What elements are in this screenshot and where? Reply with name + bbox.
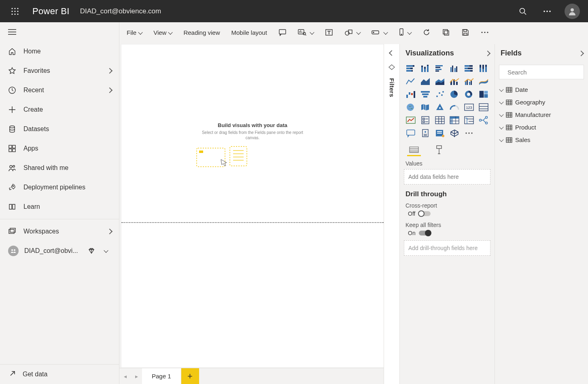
tab-next-icon[interactable]: ▸ xyxy=(131,368,142,384)
drillthrough-field-well[interactable]: Add drill-through fields here xyxy=(404,240,490,256)
100-stacked-bar-icon[interactable] xyxy=(463,63,475,74)
fields-search-input[interactable] xyxy=(507,68,585,76)
app-launcher-icon[interactable] xyxy=(8,4,22,18)
nav-current-workspace[interactable]: DIAD_cort@obvi... xyxy=(0,241,119,261)
ribbon-chart-icon[interactable] xyxy=(478,76,490,87)
refresh-icon[interactable] xyxy=(421,27,432,38)
comment-icon[interactable] xyxy=(277,27,288,38)
tab-prev-icon[interactable]: ◂ xyxy=(119,368,131,384)
nav-workspaces[interactable]: Workspaces xyxy=(0,222,119,241)
line-stacked-column-icon[interactable] xyxy=(448,76,461,87)
python-visual-icon[interactable] xyxy=(448,128,461,138)
more-icon[interactable] xyxy=(540,4,554,18)
visual-interactions-icon[interactable] xyxy=(397,27,413,38)
table-icon xyxy=(506,100,512,105)
multirow-card-icon[interactable] xyxy=(478,102,490,112)
nav-get-data[interactable]: Get data xyxy=(0,365,119,384)
save-icon[interactable] xyxy=(460,27,471,38)
search-icon[interactable] xyxy=(516,4,530,18)
field-table[interactable]: Product xyxy=(495,121,588,134)
get-more-visuals-icon[interactable] xyxy=(463,128,475,138)
svg-rect-46 xyxy=(464,33,467,35)
scatter-icon[interactable] xyxy=(434,89,446,100)
field-table[interactable]: Sales xyxy=(495,134,588,146)
page-tab[interactable]: Page 1 xyxy=(142,368,181,384)
waterfall-icon[interactable] xyxy=(405,89,417,100)
format-tab[interactable] xyxy=(432,144,446,156)
svg-rect-105 xyxy=(422,93,429,95)
nav-shared[interactable]: Shared with me xyxy=(0,158,119,178)
nav-datasets[interactable]: Datasets xyxy=(0,119,119,139)
donut-icon[interactable] xyxy=(463,89,475,100)
user-avatar[interactable] xyxy=(565,4,580,19)
smart-narrative-icon[interactable] xyxy=(434,128,446,138)
funnel-icon[interactable] xyxy=(419,89,431,100)
table-icon[interactable] xyxy=(434,115,446,125)
header-breadcrumb[interactable]: DIAD_cort@obvience.com xyxy=(80,7,161,15)
slicer-icon[interactable] xyxy=(419,115,431,125)
svg-rect-71 xyxy=(435,69,442,70)
azure-map-icon[interactable] xyxy=(434,102,446,112)
collapse-pane-icon[interactable] xyxy=(486,50,490,57)
report-canvas[interactable]: Build visuals with your data Select or d… xyxy=(121,44,384,368)
clustered-column-icon[interactable] xyxy=(448,63,461,74)
nav-pipelines[interactable]: Deployment pipelines xyxy=(0,178,119,197)
stacked-area-icon[interactable] xyxy=(434,76,446,87)
area-chart-icon[interactable] xyxy=(419,76,431,87)
treemap-icon[interactable] xyxy=(478,89,490,100)
key-influencers-icon[interactable] xyxy=(419,128,431,138)
ribbon-file[interactable]: File xyxy=(125,28,144,38)
kpi-icon[interactable] xyxy=(405,115,417,125)
matrix-icon[interactable] xyxy=(448,115,461,125)
nav-create[interactable]: Create xyxy=(0,100,119,119)
field-table[interactable]: Date xyxy=(495,83,588,96)
collapse-pane-icon[interactable] xyxy=(579,50,583,57)
line-clustered-column-icon[interactable] xyxy=(463,76,475,87)
nav-label: Favorites xyxy=(23,67,100,74)
ribbon-mobile-layout[interactable]: Mobile layout xyxy=(229,28,268,38)
fields-search[interactable] xyxy=(499,65,584,79)
stacked-bar-icon[interactable] xyxy=(405,63,417,74)
buttons-icon[interactable] xyxy=(370,28,389,38)
card-icon[interactable]: 123 xyxy=(463,102,475,112)
qna-icon[interactable] xyxy=(405,128,417,138)
svg-rect-116 xyxy=(484,91,488,94)
decomposition-tree-icon[interactable] xyxy=(478,115,490,125)
values-field-well[interactable]: Add data fields here xyxy=(404,169,490,185)
nav-label: Apps xyxy=(23,145,112,152)
nav-recent[interactable]: Recent xyxy=(0,81,119,100)
textbox-icon[interactable] xyxy=(323,27,335,38)
filters-pane-collapsed[interactable]: Filters xyxy=(384,44,400,384)
keep-filters-toggle[interactable]: On xyxy=(405,230,431,236)
explore-icon[interactable] xyxy=(296,27,315,38)
svg-rect-180 xyxy=(506,125,512,130)
shapes-icon[interactable] xyxy=(343,27,362,38)
nav-collapse-toggle[interactable] xyxy=(0,22,119,42)
map-icon[interactable] xyxy=(405,102,417,112)
clustered-bar-icon[interactable] xyxy=(434,63,446,74)
fields-tab[interactable] xyxy=(407,144,421,156)
ribbon-reading-view[interactable]: Reading view xyxy=(182,28,221,38)
add-page-button[interactable]: + xyxy=(181,368,199,384)
cross-report-toggle[interactable]: Off xyxy=(405,210,431,217)
r-visual-icon[interactable] xyxy=(463,115,475,125)
nav-apps[interactable]: Apps xyxy=(0,139,119,158)
ribbon-view[interactable]: View xyxy=(152,28,174,38)
nav-home[interactable]: Home xyxy=(0,42,119,61)
svg-point-108 xyxy=(439,92,440,94)
more-options-icon[interactable] xyxy=(479,30,490,35)
100-stacked-column-icon[interactable] xyxy=(478,63,490,74)
pie-icon[interactable] xyxy=(448,89,461,100)
gauge-icon[interactable] xyxy=(448,102,461,112)
filled-map-icon[interactable] xyxy=(419,102,431,112)
field-table[interactable]: Manufacturer xyxy=(495,108,588,121)
svg-rect-104 xyxy=(421,91,430,93)
nav-learn[interactable]: Learn xyxy=(0,197,119,216)
svg-rect-100 xyxy=(406,95,408,98)
field-table[interactable]: Geography xyxy=(495,96,588,108)
stacked-column-icon[interactable] xyxy=(419,63,431,74)
line-chart-icon[interactable] xyxy=(405,76,417,87)
nav-favorites[interactable]: Favorites xyxy=(0,61,119,81)
nav-label: Home xyxy=(23,48,112,55)
duplicate-icon[interactable] xyxy=(440,27,452,38)
